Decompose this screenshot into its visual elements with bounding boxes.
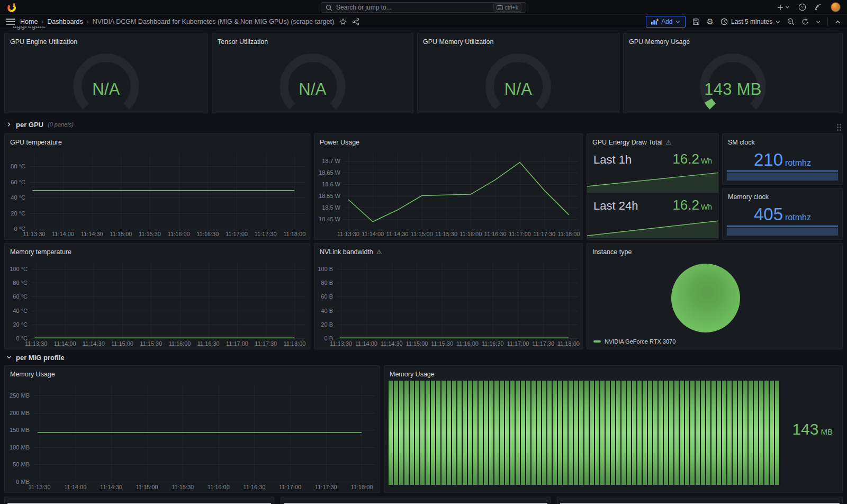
share-icon[interactable] xyxy=(352,18,359,25)
panel-mig-memory-usage-chart: Memory Usage 11:13:3011:14:0011:14:3011:… xyxy=(4,365,380,493)
row-title-aggregate-clipped[interactable]: aggregate xyxy=(13,26,46,30)
new-item-button[interactable] xyxy=(777,4,790,11)
legend-label: NVIDIA GeForce RTX 3070 xyxy=(605,338,675,345)
gauge: N/A xyxy=(212,47,413,113)
nvlink-bandwidth-chart: 11:13:3011:14:0011:14:3011:15:0011:15:30… xyxy=(314,257,582,349)
settings-gear-icon[interactable]: ⚙ xyxy=(707,17,714,26)
add-button[interactable]: Add xyxy=(646,16,685,28)
energy-last-1h: Last 1h 16.2Wh xyxy=(587,148,718,194)
breadcrumb-dashboards[interactable]: Dashboards xyxy=(47,18,83,25)
collapse-up-icon[interactable] xyxy=(835,19,841,25)
stat-unit: Wh xyxy=(701,157,712,165)
gauge-bar xyxy=(727,228,838,236)
sparkline-svg xyxy=(587,217,718,238)
panel-gpu-energy-draw-total: GPU Energy Draw Total ⚠ Last 1h 16.2Wh L… xyxy=(587,133,719,240)
series-line xyxy=(5,148,310,239)
sparkline xyxy=(587,172,718,193)
panel-title[interactable]: Power Usage xyxy=(314,134,582,148)
panel-memory-temperature: Memory temperature 11:13:3011:14:0011:14… xyxy=(4,243,310,349)
chevron-right-icon xyxy=(6,122,12,127)
refresh-icon[interactable] xyxy=(801,18,809,25)
stat-unit: Wh xyxy=(701,203,712,211)
panel-title[interactable]: Tensor Utilization xyxy=(212,33,413,47)
search-placeholder: Search or jump to... xyxy=(336,4,490,11)
chevron-down-icon xyxy=(6,355,12,360)
panel-title[interactable]: Memory temperature xyxy=(5,244,310,257)
breadcrumb-current: NVIDIA DCGM Dashboard for Kubernetes (MI… xyxy=(93,18,334,25)
sm-clock-value: 210rotmhz xyxy=(723,150,842,170)
stat-value: 16.2 xyxy=(672,197,699,213)
stat-label: Last 24h xyxy=(593,199,638,213)
row-panel-count: (0 panels) xyxy=(48,121,74,128)
panel-title[interactable]: GPU Memory Usage xyxy=(624,33,842,47)
panel-title[interactable]: Memory Usage xyxy=(5,366,380,380)
news-rss-icon[interactable] xyxy=(815,4,822,11)
grafana-logo[interactable] xyxy=(6,2,17,13)
panel-power-usage: Power Usage 11:13:3011:14:0011:14:3011:1… xyxy=(314,133,583,240)
series-line xyxy=(5,257,310,349)
gauge-value: N/A xyxy=(418,80,619,99)
svg-text:?: ? xyxy=(801,5,804,10)
panel-title[interactable]: GPU Engine Utilization xyxy=(5,33,208,47)
instance-type-pie-chart[interactable] xyxy=(671,264,740,332)
save-icon[interactable] xyxy=(692,18,700,25)
memory-clock-value: 405rotmhz xyxy=(723,204,842,224)
gauge-value: N/A xyxy=(5,80,208,99)
gauge-threshold-line xyxy=(727,170,838,172)
favorite-star-icon[interactable] xyxy=(339,18,347,25)
shortcut-badge: ctrl+k xyxy=(493,3,521,12)
row-header-per-gpu[interactable]: per GPU (0 panels) xyxy=(6,118,843,131)
legend-marker xyxy=(593,340,601,343)
lcd-bar-gauge xyxy=(388,381,780,485)
breadcrumb-home[interactable]: Home xyxy=(20,18,38,25)
panel-mig-memory-usage-lcd: Memory Usage 143MB xyxy=(384,365,843,493)
gauge-value: N/A xyxy=(212,80,413,99)
gauge-bar xyxy=(727,173,838,181)
panel-title[interactable]: GPU Memory Utilization xyxy=(418,33,619,47)
stat-value: 16.2 xyxy=(672,151,699,167)
panel-gpu-memory-usage-gauge: GPU Memory Usage 143 MB xyxy=(623,33,843,113)
search-input[interactable]: Search or jump to... ctrl+k xyxy=(321,2,526,13)
energy-last-24h: Last 24h 16.2Wh xyxy=(587,194,718,240)
panel-title[interactable]: Memory Usage xyxy=(384,366,842,380)
menu-icon[interactable] xyxy=(6,19,15,25)
breadcrumb: Home › Dashboards › NVIDIA DCGM Dashboar… xyxy=(20,18,334,25)
help-icon[interactable]: ? xyxy=(798,3,806,11)
stat-label: Last 1h xyxy=(593,153,632,167)
chevron-down-icon xyxy=(776,20,780,24)
panel-nvlink-bandwidth: NVLink bandwidth ⚠ 11:13:3011:14:0011:14… xyxy=(314,243,583,349)
panel-title[interactable]: SM clock xyxy=(723,134,842,148)
refresh-interval-dropdown[interactable] xyxy=(816,20,821,24)
warning-icon[interactable]: ⚠ xyxy=(665,139,671,146)
legend-item[interactable]: NVIDIA GeForce RTX 3070 xyxy=(593,338,675,345)
search-icon xyxy=(326,4,332,11)
gauge: N/A xyxy=(5,47,208,113)
row-header-per-mig-profile[interactable]: per MIG profile xyxy=(6,352,843,363)
panel-gpu-utilization-clipped: GPU Utilization xyxy=(4,497,274,504)
warning-icon[interactable]: ⚠ xyxy=(376,249,382,255)
zoom-out-icon[interactable] xyxy=(787,18,795,25)
user-avatar[interactable] xyxy=(831,2,841,12)
panel-instance-type: Instance type NVIDIA GeForce RTX 3070 xyxy=(587,243,843,349)
chevron-down-icon xyxy=(675,20,680,24)
sparkline-svg xyxy=(587,172,718,193)
panel-title[interactable]: Memory clock xyxy=(723,188,842,202)
panel-title: GPU Energy Draw Total xyxy=(592,139,662,146)
gauge-threshold-line xyxy=(727,226,838,227)
time-range-picker[interactable]: Last 5 minutes xyxy=(720,18,780,25)
sparkline xyxy=(587,217,718,238)
panel-title[interactable]: GPU temperature xyxy=(5,134,310,148)
panel-gpu-engine-utilization: GPU Engine Utilization N/A xyxy=(4,33,208,113)
series-line xyxy=(314,148,582,239)
gauge: 143 MB xyxy=(624,47,842,113)
panel-gpu-temperature: GPU temperature 11:13:3011:14:0011:14:30… xyxy=(4,133,310,240)
top-nav-bar: Search or jump to... ctrl+k ? xyxy=(0,0,847,15)
divider xyxy=(827,17,828,26)
energy-stats: Last 1h 16.2Wh Last 24h 16.2Wh xyxy=(587,148,718,239)
panel-title[interactable]: Instance type xyxy=(587,244,842,257)
row-drag-handle[interactable] xyxy=(837,124,839,125)
panel-memory-clock: Memory clock 405rotmhz xyxy=(722,188,843,240)
series-line xyxy=(5,380,380,492)
mig-memory-usage-chart: 11:13:3011:14:0011:14:3011:15:0011:15:30… xyxy=(5,380,380,492)
keyboard-icon xyxy=(497,5,503,10)
